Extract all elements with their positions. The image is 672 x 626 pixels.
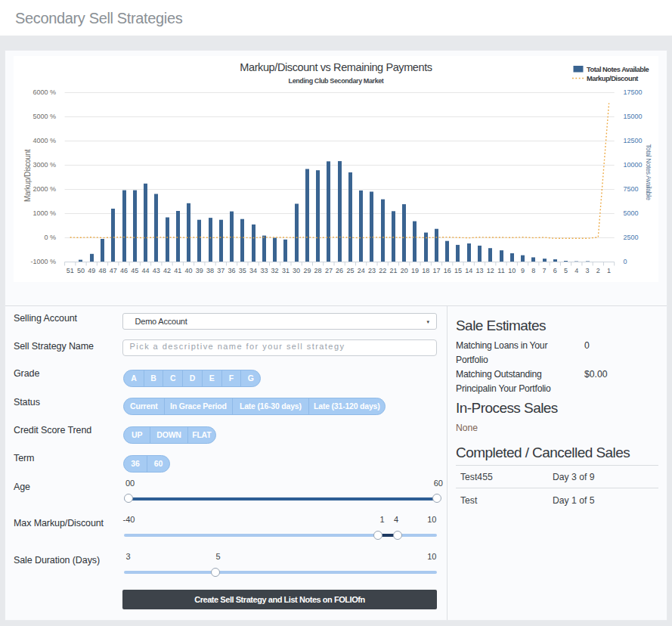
svg-text:15000: 15000 bbox=[624, 113, 643, 120]
svg-text:37: 37 bbox=[217, 267, 225, 274]
svg-text:4000 %: 4000 % bbox=[33, 137, 56, 144]
svg-text:9: 9 bbox=[521, 267, 525, 274]
svg-text:7: 7 bbox=[542, 267, 546, 274]
svg-text:6000 %: 6000 % bbox=[33, 88, 56, 96]
svg-text:3000 %: 3000 % bbox=[33, 161, 56, 169]
svg-text:Markup/Discount: Markup/Discount bbox=[23, 149, 32, 202]
svg-text:33: 33 bbox=[260, 267, 268, 274]
svg-text:1: 1 bbox=[607, 267, 611, 274]
svg-text:12500: 12500 bbox=[624, 137, 643, 144]
svg-text:14: 14 bbox=[465, 267, 472, 274]
svg-text:34: 34 bbox=[249, 267, 257, 274]
svg-text:7500: 7500 bbox=[624, 185, 639, 193]
svg-text:Total Notes Available: Total Notes Available bbox=[587, 66, 649, 73]
svg-text:36: 36 bbox=[228, 267, 236, 274]
svg-text:35: 35 bbox=[239, 267, 246, 274]
svg-text:49: 49 bbox=[88, 267, 95, 274]
svg-text:27: 27 bbox=[325, 267, 333, 274]
svg-text:50: 50 bbox=[77, 267, 85, 274]
svg-text:32: 32 bbox=[271, 267, 279, 274]
svg-text:46: 46 bbox=[120, 267, 128, 274]
svg-text:15: 15 bbox=[454, 267, 462, 274]
svg-text:18: 18 bbox=[422, 267, 429, 274]
svg-text:39: 39 bbox=[196, 267, 203, 274]
svg-text:8: 8 bbox=[531, 267, 535, 274]
svg-text:29: 29 bbox=[303, 267, 311, 274]
svg-text:24: 24 bbox=[358, 267, 365, 274]
svg-text:20: 20 bbox=[401, 267, 408, 274]
svg-text:6: 6 bbox=[553, 267, 557, 274]
svg-text:0 %: 0 % bbox=[44, 234, 56, 241]
svg-text:2: 2 bbox=[596, 267, 600, 274]
svg-text:30: 30 bbox=[293, 267, 300, 274]
svg-text:5: 5 bbox=[564, 267, 568, 274]
svg-text:22: 22 bbox=[379, 267, 386, 274]
svg-text:23: 23 bbox=[368, 267, 376, 274]
svg-text:5000 %: 5000 % bbox=[33, 113, 56, 120]
svg-text:19: 19 bbox=[411, 267, 419, 274]
svg-text:3: 3 bbox=[586, 267, 590, 274]
svg-text:41: 41 bbox=[174, 267, 181, 274]
svg-text:11: 11 bbox=[497, 267, 504, 274]
svg-text:0: 0 bbox=[624, 258, 627, 265]
svg-text:5000: 5000 bbox=[624, 209, 639, 217]
svg-text:Total Notes Available: Total Notes Available bbox=[645, 144, 652, 200]
svg-text:42: 42 bbox=[163, 267, 171, 274]
svg-text:26: 26 bbox=[336, 267, 343, 274]
svg-text:-1000 %: -1000 % bbox=[30, 258, 56, 265]
svg-text:1000 %: 1000 % bbox=[33, 209, 56, 217]
svg-text:21: 21 bbox=[389, 267, 397, 274]
svg-text:51: 51 bbox=[67, 267, 74, 274]
svg-text:4: 4 bbox=[574, 267, 578, 274]
svg-text:25: 25 bbox=[346, 267, 354, 274]
svg-text:44: 44 bbox=[141, 267, 149, 274]
svg-text:Lending Club Secondary Market: Lending Club Secondary Market bbox=[289, 77, 384, 85]
svg-text:16: 16 bbox=[444, 267, 451, 274]
svg-text:10: 10 bbox=[508, 267, 516, 274]
svg-text:43: 43 bbox=[153, 267, 160, 274]
svg-text:40: 40 bbox=[185, 267, 193, 274]
svg-text:38: 38 bbox=[206, 267, 214, 274]
svg-text:10000: 10000 bbox=[624, 161, 643, 169]
svg-text:28: 28 bbox=[314, 267, 322, 274]
svg-text:45: 45 bbox=[131, 267, 138, 274]
svg-text:Markup/Discount vs Remaining P: Markup/Discount vs Remaining Payments bbox=[240, 61, 432, 73]
svg-text:2500: 2500 bbox=[624, 234, 639, 241]
svg-text:2000 %: 2000 % bbox=[33, 185, 56, 193]
svg-text:48: 48 bbox=[98, 267, 106, 274]
svg-text:Markup/Discount: Markup/Discount bbox=[587, 75, 638, 82]
svg-text:13: 13 bbox=[475, 267, 483, 274]
svg-text:31: 31 bbox=[282, 267, 290, 274]
svg-text:47: 47 bbox=[110, 267, 117, 274]
svg-text:17: 17 bbox=[432, 267, 440, 274]
svg-text:12: 12 bbox=[487, 267, 494, 274]
svg-text:17500: 17500 bbox=[624, 88, 643, 96]
